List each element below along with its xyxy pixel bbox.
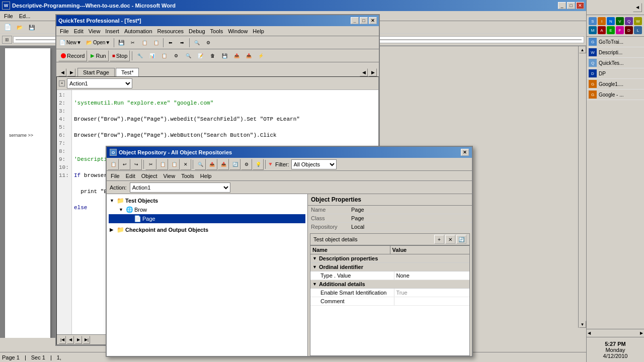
systray-icon-12[interactable]: L [634,26,642,34]
tod-add-btn[interactable]: + [434,235,444,244]
dialog-menu-view[interactable]: View [160,172,179,180]
dialog-menu-file[interactable]: File [108,172,123,180]
systray-icon-3[interactable]: N [607,17,615,25]
filter-dropdown[interactable]: All Objects [291,159,337,169]
dialog-tb-btn3[interactable]: ↪ [131,159,142,170]
tree-test-objects[interactable]: ▼ 📁 Test Objects [109,196,305,205]
record-button[interactable]: Record [58,50,87,61]
qtp-new-btn[interactable]: 📄New▼ [57,37,84,48]
stop-button[interactable]: ■ Stop [110,50,130,61]
qtp-tb2-btn2[interactable]: 📊 [146,50,157,61]
qtp-menu-tools[interactable]: Tools [208,27,226,35]
dialog-menu-help[interactable]: Help [197,172,215,180]
word-tb-new[interactable]: 📄 [2,22,13,32]
systray-icon-7[interactable]: M [589,26,597,34]
qtp-menu-window[interactable]: Window [225,27,250,35]
qtp-panel-btn1[interactable]: ◀ [58,68,66,76]
qtp-menu-help[interactable]: Help [250,27,267,35]
sidebar-hscrollbar[interactable]: ◀ ▶ [587,329,644,337]
dialog-tb-btn5[interactable]: 📋 [157,159,168,170]
qtp-tb2-btn3[interactable]: 📋 [158,50,170,61]
sidebar-item-dp[interactable]: D DP [587,68,644,79]
word-menu-file[interactable]: File [1,12,16,20]
qtp-tb-btn7[interactable]: 🔍 [191,37,202,48]
tab-start-page[interactable]: Start Page [77,68,115,76]
dialog-tb-btn1[interactable]: 📋 [108,159,119,170]
sidebar-item-quicktes[interactable]: Q QuickTes... [587,58,644,68]
qtp-tb2-btn8[interactable]: 💾 [219,50,230,61]
nav-last-btn[interactable]: ▶| [83,336,90,344]
dialog-tb-btn12[interactable]: ⚙ [241,159,252,170]
tab-nav-prev[interactable]: ◀ [360,68,368,76]
dialog-tb-btn6[interactable]: 📋 [169,159,180,170]
systray-icon-6[interactable]: W [634,17,642,25]
nav-next-btn[interactable]: ▶ [75,336,82,344]
word-vscrollbar[interactable]: ▲ ▼ [578,46,586,328]
nav-first-btn[interactable]: |◀ [59,336,66,344]
dialog-tb-btn9[interactable]: 📤 [206,159,217,170]
qtp-tb-btn2[interactable]: ✂ [127,37,138,48]
run-button[interactable]: ▶ Run [88,50,108,61]
qtp-menu-debug[interactable]: Debug [186,27,207,35]
scroll-right-btn[interactable]: ▶ [640,331,643,335]
qtp-tb-btn6[interactable]: ➡ [177,37,188,48]
qtp-tb2-btn1[interactable]: 🔧 [134,50,145,61]
qtp-minimize-btn[interactable]: _ [351,17,359,24]
qtp-tb-btn1[interactable]: 💾 [116,37,127,48]
qtp-menu-view[interactable]: View [86,27,103,35]
qtp-tb2-btn7[interactable]: 🗑 [207,50,218,61]
qtp-tb2-btn5[interactable]: 🔍 [183,50,194,61]
dialog-tb-btn10[interactable]: 📥 [218,159,229,170]
sidebar-item-gototrai[interactable]: G GoToTrai... [587,37,644,47]
word-tb-open[interactable]: 📂 [14,22,25,32]
expand-action-icon[interactable]: + [59,80,65,86]
systray-icon-4[interactable]: V [616,17,624,25]
tree-brow[interactable]: ▼ 🌐 Brow [109,205,305,214]
dialog-menu-object[interactable]: Object [138,172,160,180]
qtp-menu-automation[interactable]: Automation [122,27,155,35]
systray-icon-10[interactable]: F [616,26,624,34]
qtp-open-btn[interactable]: 📂Open▼ [84,37,112,48]
qtp-tb2-btn9[interactable]: 📤 [231,50,242,61]
systray-icon-8[interactable]: A [598,26,606,34]
tab-nav-next[interactable]: ▶ [369,68,377,76]
dialog-tb-btn7[interactable]: ✕ [180,159,191,170]
sidebar-item-google1[interactable]: G Google1.... [587,79,644,89]
systray-icon-1[interactable]: S [589,17,597,25]
systray-icon-5[interactable]: Q [625,17,633,25]
qtp-menu-file[interactable]: File [57,27,71,35]
qtp-menu-insert[interactable]: Insert [103,27,122,35]
word-menu-edit[interactable]: Ed... [16,12,34,20]
nav-prev-btn[interactable]: ◀ [67,336,74,344]
sidebar-item-descripti[interactable]: W Descripti... [587,47,644,58]
dialog-tb-btn4[interactable]: ✂ [145,159,156,170]
dialog-close-btn[interactable]: ✕ [461,149,469,156]
systray-icon-9[interactable]: E [607,26,615,34]
word-minimize-btn[interactable]: _ [558,2,566,9]
sidebar-item-google2[interactable]: G Google - ... [587,89,644,100]
qtp-tb2-btn11[interactable]: ⚡ [255,50,266,61]
qtp-close-btn[interactable]: ✕ [369,17,377,24]
qtp-tb-btn4[interactable]: 📋 [150,37,162,48]
dialog-tb-btn2[interactable]: ↩ [119,159,130,170]
qtp-tb-btn5[interactable]: ⬅ [165,37,176,48]
dialog-menu-tools[interactable]: Tools [178,172,197,180]
word-close-btn[interactable]: ✕ [576,2,584,9]
qtp-tb2-btn10[interactable]: 📥 [243,50,254,61]
dialog-tb-btn8[interactable]: 🔍 [195,159,206,170]
tod-del-btn[interactable]: ✕ [445,235,455,244]
dialog-action-dropdown[interactable]: Action1 [130,183,230,193]
tab-test[interactable]: Test* [116,68,139,76]
systray-icon-2[interactable]: I [598,17,606,25]
qtp-tb-btn3[interactable]: 📋 [139,37,150,48]
qtp-panel-btn2[interactable]: ▶ [67,68,75,76]
word-tb-save[interactable]: 💾 [26,22,37,32]
qtp-tb-btn8[interactable]: ⚙ [203,37,214,48]
qtp-menu-edit[interactable]: Edit [71,27,86,35]
qtp-menu-resources[interactable]: Resources [155,27,187,35]
word-maximize-btn[interactable]: □ [567,2,575,9]
scroll-left-btn[interactable]: ◀ [588,331,591,335]
dialog-tb-btn13[interactable]: 💡 [253,159,264,170]
tod-refresh-btn[interactable]: 🔄 [456,235,466,244]
dialog-menu-edit[interactable]: Edit [123,172,138,180]
